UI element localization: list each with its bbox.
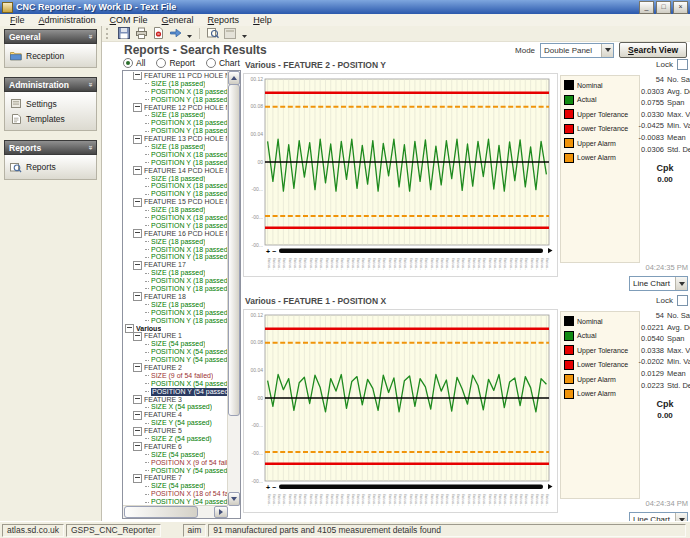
sidebar-item-settings[interactable]: Settings	[8, 96, 93, 111]
tree-item[interactable]: FEATURE 4	[125, 411, 227, 419]
collapse-minus-icon[interactable]	[133, 166, 142, 175]
preview-button[interactable]	[206, 27, 220, 40]
tree-item[interactable]: SIZE (18 passed)	[125, 80, 227, 88]
filter-radio-report[interactable]: Report	[156, 58, 195, 68]
close-button[interactable]: ×	[673, 1, 688, 14]
minimize-button[interactable]: _	[639, 1, 654, 14]
tree-item[interactable]: POSITION X (18 passed)	[125, 309, 227, 317]
tree-item[interactable]: FEATURE 6	[125, 443, 227, 451]
maximize-button[interactable]: □	[656, 1, 671, 14]
tree-item[interactable]: POSITION X (18 passed)	[125, 182, 227, 190]
tree-item[interactable]: FEATURE 15 PCD HOLE NO 3	[125, 198, 227, 206]
scroll-right-button[interactable]	[214, 506, 228, 518]
tree-vertical-scrollbar[interactable]	[227, 71, 240, 506]
sidebar-item-reception[interactable]: Reception	[8, 48, 93, 63]
menu-com-file[interactable]: COM File	[103, 15, 155, 25]
tree-item[interactable]: FEATURE 1	[125, 332, 227, 340]
search-view-button[interactable]: Search View	[619, 42, 687, 58]
tree-item[interactable]: FEATURE 17	[125, 261, 227, 269]
tree-item[interactable]: FEATURE 2	[125, 364, 227, 372]
radio-icon[interactable]	[123, 58, 133, 68]
scroll-up-button[interactable]	[228, 71, 240, 85]
save-dropdown[interactable]	[185, 27, 193, 40]
sidebar-panel-header-reports[interactable]: Reports«	[4, 140, 97, 155]
menu-general[interactable]: General	[155, 15, 201, 25]
tree-item[interactable]: POSITION X (18 passed)	[125, 214, 227, 222]
mode-select[interactable]: Double Panel	[540, 43, 614, 58]
tree-item[interactable]: POSITION Y (18 passed)	[125, 317, 227, 325]
tree-item[interactable]: SIZE (54 passed)	[125, 451, 227, 459]
collapse-minus-icon[interactable]	[133, 135, 142, 144]
print-button[interactable]	[134, 27, 148, 40]
filter-radio-chart[interactable]: Chart	[206, 58, 240, 68]
layout-button[interactable]	[223, 27, 237, 40]
collapse-minus-icon[interactable]	[133, 474, 142, 483]
collapse-minus-icon[interactable]	[133, 411, 142, 420]
tree-horizontal-scrollbar[interactable]	[123, 505, 228, 518]
tree-item[interactable]: POSITION X (18 passed)	[125, 277, 227, 285]
collapse-minus-icon[interactable]	[133, 332, 142, 341]
collapse-minus-icon[interactable]	[133, 72, 142, 80]
tree-item[interactable]: SIZE (54 passed)	[125, 340, 227, 348]
tree-item[interactable]: SIZE (9 of 54 failed)	[125, 372, 227, 380]
tree-item[interactable]: FEATURE 5	[125, 427, 227, 435]
chevron-down-icon[interactable]	[601, 44, 613, 57]
collapse-minus-icon[interactable]	[133, 229, 142, 238]
tree-item[interactable]: FEATURE 3	[125, 396, 227, 404]
tree-item[interactable]: FEATURE 13 PCD HOLE NO 1	[125, 135, 227, 143]
tree-item[interactable]: POSITION X (18 passed)	[125, 119, 227, 127]
tree-item[interactable]: POSITION Y (54 passed)	[125, 498, 227, 505]
scroll-down-button[interactable]	[228, 492, 240, 506]
chevron-down-icon[interactable]	[675, 277, 687, 290]
tree-item[interactable]: POSITION X (18 passed)	[125, 246, 227, 254]
collapse-minus-icon[interactable]	[133, 261, 142, 270]
lock-checkbox[interactable]	[677, 295, 688, 306]
tree-item[interactable]: SIZE (18 passed)	[125, 206, 227, 214]
tree-item[interactable]: FEATURE 12 PCD HOLE NO 4	[125, 104, 227, 112]
sidebar-item-templates[interactable]: Templates	[8, 111, 93, 126]
tree-item[interactable]: FEATURE 18	[125, 293, 227, 301]
radio-icon[interactable]	[156, 58, 166, 68]
tree-item[interactable]: FEATURE 14 PCD HOLE NO 2	[125, 167, 227, 175]
collapse-minus-icon[interactable]	[133, 363, 142, 372]
tree-item[interactable]: SIZE (54 passed)	[125, 482, 227, 490]
tree-item[interactable]: SIZE (18 passed)	[125, 143, 227, 151]
collapse-minus-icon[interactable]	[133, 292, 142, 301]
send-report-button[interactable]	[168, 27, 182, 40]
collapse-chevron-icon[interactable]: «	[85, 145, 94, 149]
sidebar-panel-header-general[interactable]: General«	[4, 29, 97, 44]
radio-icon[interactable]	[206, 58, 216, 68]
collapse-minus-icon[interactable]	[133, 198, 142, 207]
collapse-minus-icon[interactable]	[133, 395, 142, 404]
chart-area[interactable]: 00.1200.0800.0400-00...-00...-00...+−Var…	[243, 309, 558, 513]
collapse-minus-icon[interactable]	[133, 442, 142, 451]
chart-type-select[interactable]: Line Chart	[629, 276, 688, 291]
tree-item[interactable]: SIZE (18 passed)	[125, 238, 227, 246]
menu-help[interactable]: Help	[246, 15, 279, 25]
tree-item[interactable]: POSITION X (54 passed)	[125, 380, 227, 388]
tree-item[interactable]: SIZE (18 passed)	[125, 111, 227, 119]
tree-item[interactable]: FEATURE 16 PCD HOLE NO 4	[125, 230, 227, 238]
tree-item[interactable]: FEATURE 11 PCD HOLE NO 3	[125, 72, 227, 80]
tree-item[interactable]: FEATURE 7	[125, 474, 227, 482]
tree-item[interactable]: POSITION X (18 passed)	[125, 88, 227, 96]
tree-item[interactable]: SIZE (18 passed)	[125, 175, 227, 183]
tree-item[interactable]: POSITION X (18 of 54 failed)	[125, 490, 227, 498]
tree-item[interactable]: POSITION X (18 passed)	[125, 151, 227, 159]
collapse-chevron-icon[interactable]: «	[85, 82, 94, 86]
save-button[interactable]	[117, 27, 131, 40]
tree-item[interactable]: POSITION X (54 passed)	[125, 348, 227, 356]
sidebar-panel-header-administration[interactable]: Administration«	[4, 77, 97, 92]
chart-area[interactable]: 00.1200.0800.0400-00...-00...-00...+−Var…	[243, 73, 558, 277]
vertical-scroll-thumb[interactable]	[228, 84, 240, 416]
tree-item[interactable]: POSITION X (9 of 54 failed)	[125, 459, 227, 467]
filter-radio-all[interactable]: All	[123, 58, 145, 68]
collapse-chevron-icon[interactable]: «	[85, 34, 94, 38]
collapse-minus-icon[interactable]	[133, 427, 142, 436]
horizontal-scroll-thumb[interactable]	[124, 506, 198, 518]
sidebar-item-reports[interactable]: Reports	[8, 159, 93, 175]
collapse-minus-icon[interactable]	[133, 103, 142, 112]
tree-item[interactable]: SIZE (18 passed)	[125, 269, 227, 277]
menu-file[interactable]: File	[3, 15, 32, 25]
menu-reports[interactable]: Reports	[201, 15, 247, 25]
